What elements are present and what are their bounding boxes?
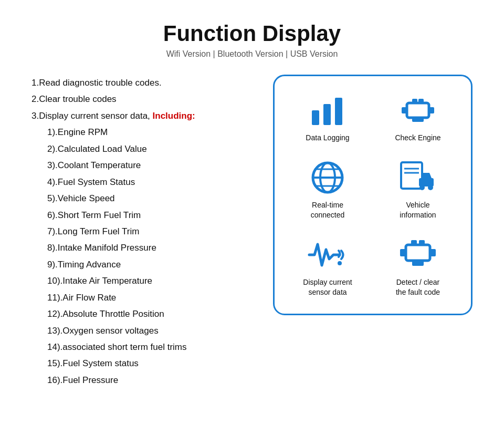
sub-item-4: 4).Fuel System Status — [32, 174, 252, 190]
svg-rect-0 — [312, 110, 319, 125]
sub-item-14: 14).associated short term fuel trims — [32, 339, 252, 355]
sub-item-6: 6).Short Term Fuel Trim — [32, 207, 252, 223]
svg-point-29 — [416, 255, 420, 259]
svg-point-20 — [428, 185, 433, 190]
realtime-connected-label: Real-timeconnected — [311, 200, 345, 221]
icon-cell-realtime: Real-timeconnected — [285, 159, 370, 221]
svg-rect-5 — [429, 107, 434, 113]
svg-point-21 — [338, 261, 342, 265]
data-logging-icon — [307, 92, 349, 129]
main-content: 1.Read diagnostic trouble codes. 2.Clear… — [32, 75, 472, 388]
page-header: Function Display Wifi Version | Bluetoot… — [163, 21, 341, 59]
feature-list: 1.Read diagnostic trouble codes. 2.Clear… — [32, 75, 252, 388]
sub-item-13: 13).Oxygen sensor voltages — [32, 323, 252, 339]
svg-point-19 — [419, 185, 425, 190]
svg-rect-8 — [412, 117, 424, 122]
sub-item-5: 5).Vehicle Speed — [32, 190, 252, 206]
including-label: Including: — [153, 111, 195, 121]
list-item-1: 1.Read diagnostic trouble codes. — [32, 75, 252, 91]
sub-item-7: 7).Long Term Fuel Trim — [32, 223, 252, 240]
sensor-data-label: Display currentsensor data — [303, 277, 352, 298]
list-item-3: 3.Display current sensor data, Including… — [32, 108, 252, 124]
svg-rect-3 — [407, 103, 429, 118]
svg-rect-7 — [418, 99, 424, 104]
sub-item-3: 3).Coolant Temperature — [32, 157, 252, 173]
svg-rect-27 — [412, 261, 424, 266]
sub-item-1: 1).Engine RPM — [32, 124, 252, 140]
svg-rect-26 — [419, 240, 425, 246]
realtime-connected-icon — [307, 159, 349, 196]
vehicle-information-label: Vehicleinformation — [400, 200, 436, 221]
svg-rect-28 — [416, 248, 419, 254]
svg-rect-6 — [412, 99, 417, 104]
fault-code-icon — [397, 236, 439, 273]
svg-rect-23 — [400, 249, 406, 256]
sub-item-12: 12).Absolute Throttle Position — [32, 306, 252, 322]
fault-code-label: Detect / clearthe fault code — [396, 277, 440, 298]
sub-item-15: 15).Fuel System status — [32, 355, 252, 371]
sub-item-9: 9).Timing Advance — [32, 256, 252, 273]
svg-rect-1 — [323, 104, 331, 125]
check-engine-icon — [397, 92, 439, 129]
check-engine-label: Check Engine — [395, 133, 440, 143]
page-subtitle: Wifi Version | Bluetooth Version | USB V… — [163, 49, 341, 59]
sensor-data-icon — [307, 236, 349, 273]
icon-cell-fault-code: Detect / clearthe fault code — [375, 236, 460, 298]
svg-rect-25 — [411, 240, 417, 246]
sub-item-10: 10).Intake Air Temperature — [32, 273, 252, 289]
page-title: Function Display — [163, 21, 341, 46]
icon-cell-vehicle-info: Vehicleinformation — [375, 159, 460, 221]
sub-item-11: 11).Air Flow Rate — [32, 289, 252, 306]
icon-cell-data-logging: Data Logging — [285, 92, 370, 143]
sub-item-2: 2).Calculated Load Value — [32, 141, 252, 157]
icon-cell-sensor-data: Display currentsensor data — [285, 236, 370, 298]
vehicle-information-icon — [397, 159, 439, 196]
svg-rect-4 — [402, 107, 407, 113]
icon-panel: Data Logging Check Engine — [273, 75, 472, 315]
data-logging-label: Data Logging — [306, 133, 349, 143]
sub-item-16: 16).Fuel Pressure — [32, 372, 252, 388]
list-item-2: 2.Clear trouble codes — [32, 91, 252, 107]
icon-cell-check-engine: Check Engine — [375, 92, 460, 143]
svg-rect-24 — [430, 249, 436, 256]
sub-item-8: 8).Intake Manifold Pressure — [32, 240, 252, 256]
svg-rect-2 — [335, 98, 342, 125]
